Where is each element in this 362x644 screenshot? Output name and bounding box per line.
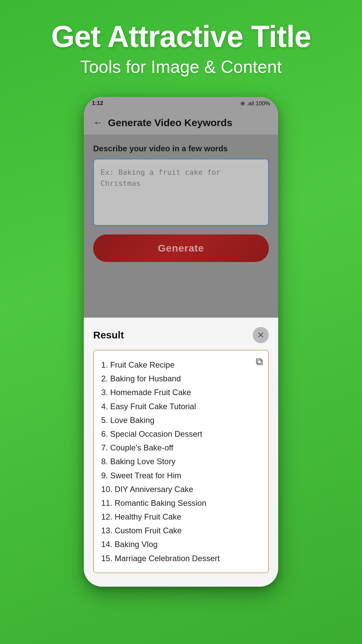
status-icons: ⊕ .ail 100% <box>240 100 270 107</box>
phone-frame: 1:12 ⊕ .ail 100% ← Generate Video Keywor… <box>84 97 278 587</box>
describe-label: Describe your video in a few words <box>93 144 269 153</box>
list-item: 12. Healthy Fruit Cake <box>101 510 261 524</box>
app-toolbar: ← Generate Video Keywords <box>84 110 278 135</box>
list-item: 6. Special Occasion Dessert <box>101 427 261 441</box>
result-list: 1. Fruit Cake Recipe2. Baking for Husban… <box>101 358 261 565</box>
video-description-input[interactable] <box>93 159 269 226</box>
back-button[interactable]: ← <box>93 117 103 128</box>
list-item: 10. DIY Anniversary Cake <box>101 482 261 496</box>
screen-title: Generate Video Keywords <box>108 117 232 128</box>
list-item: 4. Easy Fruit Cake Tutorial <box>101 399 261 413</box>
list-item: 2. Baking for Husband <box>101 372 261 385</box>
list-item: 13. Custom Fruit Cake <box>101 524 261 537</box>
list-item: 9. Sweet Treat for Him <box>101 469 261 482</box>
copy-icon[interactable]: ⧉ <box>256 356 263 368</box>
result-header: Result ✕ <box>93 327 269 343</box>
app-screen: ← Generate Video Keywords Describe your … <box>84 110 278 318</box>
header-section: Get Attractive Title Tools for Image & C… <box>0 0 362 87</box>
list-item: 1. Fruit Cake Recipe <box>101 358 261 372</box>
generate-button[interactable]: Generate <box>93 234 269 262</box>
list-item: 14. Baking Vlog <box>101 537 261 551</box>
list-item: 15. Marriage Celebration Dessert <box>101 551 261 565</box>
list-item: 5. Love Baking <box>101 413 261 427</box>
list-item: 3. Homemade Fruit Cake <box>101 385 261 399</box>
phone-wrapper: 1:12 ⊕ .ail 100% ← Generate Video Keywor… <box>0 97 362 587</box>
status-bar: 1:12 ⊕ .ail 100% <box>84 97 278 110</box>
list-item: 7. Couple's Bake-off <box>101 441 261 454</box>
status-time: 1:12 <box>92 100 103 107</box>
result-label: Result <box>93 329 124 341</box>
list-item: 8. Baking Love Story <box>101 454 261 468</box>
main-title: Get Attractive Title <box>17 20 345 53</box>
result-list-container: ⧉ 1. Fruit Cake Recipe2. Baking for Husb… <box>93 350 269 573</box>
sub-title: Tools for Image & Content <box>17 57 345 77</box>
app-body: Describe your video in a few words Gener… <box>84 135 278 269</box>
close-button[interactable]: ✕ <box>253 327 269 343</box>
result-panel: Result ✕ ⧉ 1. Fruit Cake Recipe2. Baking… <box>84 318 278 587</box>
list-item: 11. Romantic Baking Session <box>101 496 261 510</box>
